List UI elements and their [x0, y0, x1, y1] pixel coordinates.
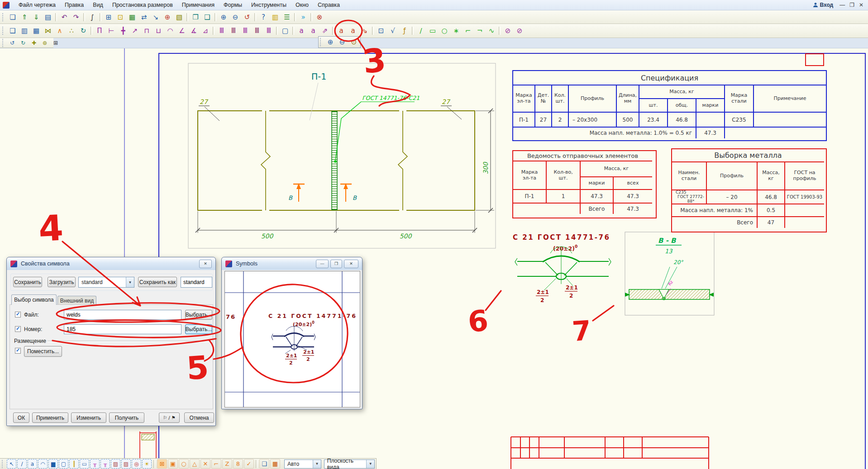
placement-toggle-button[interactable]: ⚐ ∕ ⚑ — [159, 412, 180, 423]
pan-horizontal-icon[interactable]: ⇄ — [138, 12, 149, 22]
symbols-preview-area[interactable]: 76 С 21 ГОСТ 14771-76 (20±2)0 2±1 2 — [224, 271, 360, 407]
hook-tool-icon[interactable]: ∫ — [87, 12, 98, 22]
menu-item[interactable]: Инструменты — [247, 0, 291, 9]
file-input[interactable] — [64, 310, 181, 320]
marker-icon[interactable]: ƒ — [399, 26, 410, 36]
dim-bracket-icon[interactable]: ⊓ — [141, 26, 152, 36]
view-paste-icon[interactable]: ❑ — [202, 12, 213, 22]
draw-hatch-icon[interactable]: ∗ — [451, 26, 462, 36]
view-plane-combo[interactable]: Плоскость вида ▼ — [324, 460, 375, 469]
chevron-down-icon[interactable]: ▼ — [126, 277, 134, 287]
file-checkbox[interactable] — [15, 312, 21, 317]
undo-icon[interactable]: ↶ — [59, 12, 70, 22]
layers-icon[interactable]: ▧ — [174, 12, 185, 22]
note-red-leader-icon[interactable]: a — [336, 26, 347, 36]
save-sheet-icon[interactable]: ▤ — [43, 12, 53, 22]
pan-view-icon[interactable]: ✚ — [29, 38, 39, 47]
note-underline-icon[interactable]: a — [308, 26, 319, 36]
toolbar-grip[interactable] — [2, 27, 5, 35]
ref-delete-1-icon[interactable]: ⊘ — [502, 26, 513, 36]
filter-text-icon[interactable]: a — [28, 459, 37, 469]
redo-icon[interactable]: ↷ — [71, 12, 81, 22]
dim-span-icon[interactable]: ⊔ — [153, 26, 164, 36]
dim-angle3-icon[interactable]: ∡ — [188, 26, 199, 36]
zoom-previous-icon[interactable]: ↺ — [242, 12, 253, 22]
ref-delete-2-icon[interactable]: ⊘ — [514, 26, 525, 36]
open-folder-icon[interactable]: ▥ — [270, 12, 281, 22]
zoom-prev-view-icon[interactable]: ↺ — [7, 38, 17, 47]
zoom-next-view-icon[interactable]: ↻ — [18, 38, 28, 47]
menu-item[interactable]: Окно — [291, 0, 313, 9]
modify-button[interactable]: Изменить — [71, 412, 106, 423]
close-button[interactable]: ✕ — [344, 260, 358, 268]
load-button[interactable]: Загрузить — [48, 277, 76, 287]
remote-view-icon[interactable]: ⊗ — [314, 12, 325, 22]
note-leader-icon[interactable]: a — [296, 26, 307, 36]
filter-dim-2-icon[interactable]: ╥ — [100, 459, 110, 469]
menu-item[interactable]: Примечания — [177, 0, 219, 9]
filter-hatch-2-icon[interactable]: ▨ — [121, 459, 131, 469]
cancel-button[interactable]: Отмена — [184, 412, 214, 423]
browse-file-button[interactable]: Выбрать... — [185, 310, 212, 320]
weld-symbol-icon[interactable]: ⊡ — [376, 26, 386, 36]
toolbar-grip[interactable] — [320, 38, 323, 46]
draw-corner-icon[interactable]: ¬ — [474, 26, 485, 36]
dim-horizontal-icon[interactable]: ⊢ — [106, 26, 117, 36]
filter-pen-icon[interactable]: ┃ — [69, 459, 79, 469]
zoom-out-palette-icon[interactable]: ⊖ — [337, 37, 348, 47]
snap-center-icon[interactable]: ○ — [179, 459, 189, 469]
surface-symbol-icon[interactable]: √ — [387, 26, 398, 36]
zoom-in-palette-icon[interactable]: ⊕ — [325, 37, 336, 47]
tab-symbol-select[interactable]: Выбор символа — [11, 294, 57, 305]
snap-on-icon[interactable]: ✓ — [244, 459, 254, 469]
grid-view-icon[interactable]: ▦ — [127, 12, 138, 22]
refresh-icon[interactable]: ↻ — [78, 26, 89, 36]
new-view-icon[interactable]: ❑ — [7, 26, 18, 36]
orbit-view-icon[interactable]: ⊚ — [40, 38, 50, 47]
place-checkbox[interactable] — [15, 348, 21, 354]
menu-item[interactable]: Формы — [219, 0, 247, 9]
preset-name-input[interactable] — [181, 277, 212, 288]
dots-icon[interactable]: ∴ — [66, 26, 77, 36]
minimize-button[interactable]: — — [316, 260, 329, 268]
dim-taper-icon[interactable]: ⊿ — [200, 26, 211, 36]
full-screen-icon[interactable]: ⊞ — [51, 38, 61, 47]
view-grid-icon[interactable]: ▦ — [270, 459, 280, 469]
snap-end-icon[interactable]: ⊠ — [157, 459, 167, 469]
note-slant-icon[interactable]: ⇗ — [320, 26, 330, 36]
snap-quadrant-icon[interactable]: Z — [222, 459, 232, 469]
chevron-down-icon[interactable]: ▼ — [366, 460, 374, 468]
menu-item[interactable]: Справка — [313, 0, 344, 9]
snap-off-icon[interactable]: 8 — [233, 459, 243, 469]
export-file-icon[interactable]: ⇓ — [31, 12, 42, 22]
list-view-icon[interactable]: ☰ — [281, 12, 292, 22]
ok-button[interactable]: ОК — [13, 412, 29, 423]
zoom-in-icon[interactable]: ⊕ — [218, 12, 229, 22]
pan-diagonal-icon[interactable]: ↘ — [150, 12, 161, 22]
dialog-titlebar[interactable]: Свойства символа ✕ — [7, 257, 215, 270]
login-button[interactable]: Вход — [813, 2, 834, 8]
menu-item[interactable]: Вид — [88, 0, 108, 9]
filter-hatch-1-icon[interactable]: ▨ — [111, 459, 120, 469]
preset-combo[interactable]: standard ▼ — [78, 277, 134, 288]
snap-node-icon[interactable]: △ — [190, 459, 200, 469]
sheet-copy-icon[interactable]: ❏ — [7, 12, 18, 22]
draw-line-icon[interactable]: ∕ — [415, 26, 426, 36]
draw-rect-icon[interactable]: ▭ — [427, 26, 438, 36]
dim-vertical-icon[interactable]: Π — [94, 26, 105, 36]
close-icon[interactable]: ✕ — [859, 2, 863, 8]
note-red-underline-icon[interactable]: a — [348, 26, 358, 36]
filter-lamp-icon[interactable]: ☀ — [142, 459, 152, 469]
view-doc-icon[interactable]: ❑ — [259, 459, 269, 469]
dim-aligned-icon[interactable]: ↗ — [129, 26, 140, 36]
cascade-views-icon[interactable]: ▦ — [31, 26, 42, 36]
filter-line-icon[interactable]: ∕ — [17, 459, 27, 469]
snap-mode-combo[interactable]: Авто ▼ — [284, 460, 321, 469]
insert-point-icon[interactable]: ⊕ — [162, 12, 173, 22]
tab-appearance[interactable]: Внешний вид — [57, 296, 96, 305]
window-new-icon[interactable]: ⊞ — [103, 12, 114, 22]
chain-dim-3-icon[interactable]: Ⅲ — [240, 26, 251, 36]
restore-button[interactable]: ❐ — [330, 260, 342, 268]
dim-angle-icon[interactable]: ∠ — [176, 26, 187, 36]
save-button[interactable]: Сохранить — [13, 277, 42, 287]
